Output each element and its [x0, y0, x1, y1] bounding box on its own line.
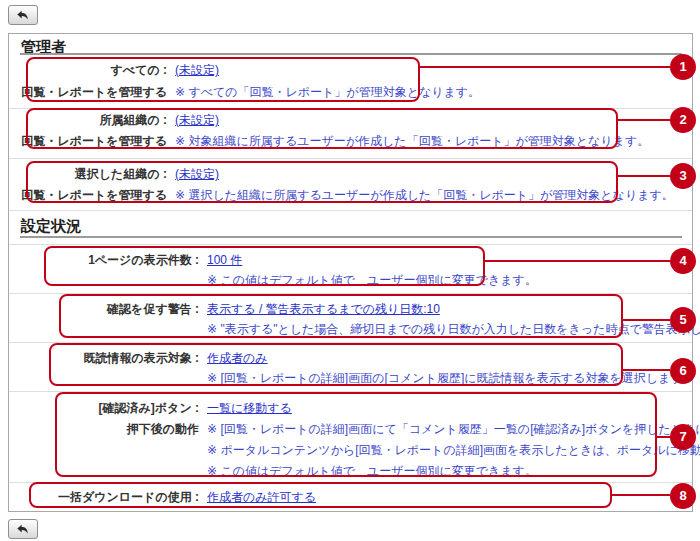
row-label: 既読情報の表示対象 :	[21, 351, 199, 366]
row-confirmed-line4: ※ この値はデフォルト値で、ユーザー個別に変更できます。	[21, 464, 684, 479]
row-pagesize-line2: ※ この値はデフォルト値で、ユーザー個別に変更できます。	[21, 273, 684, 288]
note-text: ※ 対象組織に所属するユーザーが作成した「回覧・レポート」が管理対象となります。	[175, 134, 649, 149]
row-all-line1: すべての : (未設定)	[21, 63, 684, 78]
back-button-bottom[interactable]	[8, 519, 38, 539]
back-button-top[interactable]	[8, 5, 38, 25]
value-link-all[interactable]: (未設定)	[175, 63, 219, 78]
row-label: 回覧・レポートを管理する	[21, 85, 167, 100]
heading-rule	[20, 236, 682, 238]
row-label: 確認を促す警告 :	[21, 302, 199, 317]
row-bulkdownload-line1: 一括ダウンロードの使用 : 作成者のみ許可する	[21, 490, 684, 505]
value-link-org[interactable]: (未設定)	[175, 113, 219, 128]
value-link-selected-org[interactable]: (未設定)	[175, 167, 219, 182]
back-arrow-icon	[16, 8, 30, 22]
note-text: ※ この値はデフォルト値で、ユーザー個別に変更できます。	[207, 273, 537, 288]
row-separator	[9, 210, 692, 211]
note-text: ※ [回覧・レポートの詳細]画面にて「コメント履歴」一覧の[確認済み]ボタンを押…	[207, 422, 700, 437]
row-label: 回覧・レポートを管理する	[21, 188, 167, 203]
section-heading-status: 設定状況	[21, 217, 81, 236]
row-label: 所属組織の :	[21, 113, 167, 128]
row-org-line1: 所属組織の : (未設定)	[21, 113, 684, 128]
row-separator	[9, 391, 692, 392]
row-org-line2: 回覧・レポートを管理する ※ 対象組織に所属するユーザーが作成した「回覧・レポー…	[21, 134, 684, 149]
row-pagesize-line1: 1ページの表示件数 : 100 件	[21, 253, 684, 268]
row-separator	[9, 342, 692, 343]
note-text: ※ "表示する"とした場合、締切日までの残り日数が入力した日数をきった時点で警告…	[207, 322, 700, 337]
row-warning-line2: ※ "表示する"とした場合、締切日までの残り日数が入力した日数をきった時点で警告…	[21, 322, 684, 337]
note-text: ※ すべての「回覧・レポート」が管理対象となります。	[175, 85, 480, 100]
row-separator	[9, 158, 692, 159]
row-all-line2: 回覧・レポートを管理する ※ すべての「回覧・レポート」が管理対象となります。	[21, 85, 684, 100]
note-text: ※ ポータルコンテンツから[回覧・レポートの詳細]画面を表示したときは、ポータル…	[207, 443, 700, 458]
note-text: ※ 選択した組織に所属するユーザーが作成した「回覧・レポート」が管理対象となりま…	[175, 188, 674, 203]
row-selected-org-line1: 選択した組織の : (未設定)	[21, 167, 684, 182]
row-confirmed-line2: 押下後の動作 ※ [回覧・レポートの詳細]画面にて「コメント履歴」一覧の[確認済…	[21, 422, 684, 437]
value-link-pagesize[interactable]: 100 件	[207, 253, 242, 268]
row-warning-line1: 確認を促す警告 : 表示する / 警告表示するまでの残り日数:10	[21, 302, 684, 317]
row-label: 回覧・レポートを管理する	[21, 134, 167, 149]
heading-rule	[20, 53, 682, 55]
row-selected-org-line2: 回覧・レポートを管理する ※ 選択した組織に所属するユーザーが作成した「回覧・レ…	[21, 188, 684, 203]
row-separator	[9, 293, 692, 294]
row-readinfo-line1: 既読情報の表示対象 : 作成者のみ	[21, 351, 684, 366]
value-link-readinfo[interactable]: 作成者のみ	[207, 351, 268, 366]
row-label: [確認済み]ボタン :	[21, 401, 199, 416]
row-label: 選択した組織の :	[21, 167, 167, 182]
row-readinfo-line2: ※ [回覧・レポートの詳細]画面の[コメント履歴]に既読情報を表示する対象を選択…	[21, 371, 684, 386]
row-label: 押下後の動作	[21, 422, 199, 437]
row-confirmed-line3: ※ ポータルコンテンツから[回覧・レポートの詳細]画面を表示したときは、ポータル…	[21, 443, 684, 458]
row-label: 一括ダウンロードの使用 :	[21, 490, 199, 505]
note-text: ※ この値はデフォルト値で、ユーザー個別に変更できます。	[207, 464, 537, 479]
row-separator	[9, 244, 692, 245]
row-confirmed-line1: [確認済み]ボタン : 一覧に移動する	[21, 401, 684, 416]
back-arrow-icon	[16, 522, 30, 536]
row-separator	[9, 482, 692, 483]
row-label: 1ページの表示件数 :	[21, 253, 199, 268]
value-link-warning[interactable]: 表示する / 警告表示するまでの残り日数:10	[207, 302, 440, 317]
row-label: すべての :	[21, 63, 167, 78]
value-link-confirmed[interactable]: 一覧に移動する	[207, 401, 292, 416]
value-link-bulkdownload[interactable]: 作成者のみ許可する	[207, 490, 316, 505]
note-text: ※ [回覧・レポートの詳細]画面の[コメント履歴]に既読情報を表示する対象を選択…	[207, 371, 695, 386]
settings-panel: 管理者 すべての : (未設定) 回覧・レポートを管理する ※ すべての「回覧・…	[8, 33, 693, 512]
row-separator	[9, 108, 692, 109]
settings-page: { "icons": { "back_button": "undo-arrow"…	[0, 0, 700, 541]
